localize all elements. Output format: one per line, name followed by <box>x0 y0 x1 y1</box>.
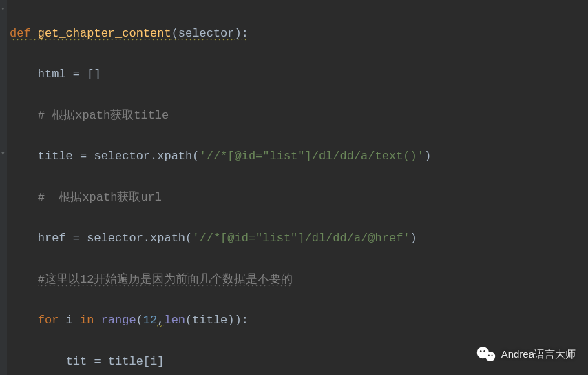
identifier: title <box>192 314 227 327</box>
watermark: Andrea语言大师 <box>476 345 576 364</box>
builtin-range: range <box>101 314 136 327</box>
identifier: i <box>150 355 157 368</box>
string: '//*[@id="list"]/dl/dd/a/@href' <box>192 232 410 245</box>
code-line: def get_chapter_content(selector): <box>10 23 588 44</box>
bracket: [ <box>87 68 94 81</box>
svg-point-4 <box>488 355 490 356</box>
fold-marker-icon[interactable]: ▾ <box>1 150 6 158</box>
bracket: ] <box>94 68 101 81</box>
bracket: ] <box>157 355 164 368</box>
identifier: href <box>38 232 66 245</box>
paren: ( <box>185 232 192 245</box>
paren: ( <box>192 150 199 163</box>
assign: = <box>73 150 94 163</box>
number: 12 <box>143 314 157 327</box>
assign: = <box>87 355 108 368</box>
comment: # 根据xpath获取title <box>38 109 169 122</box>
method: xpath <box>157 150 192 163</box>
fold-marker-icon[interactable]: ▾ <box>1 6 6 13</box>
bracket: [ <box>143 355 150 368</box>
code-line: # 根据xpath获取url <box>10 188 588 208</box>
paren: ) <box>234 27 241 41</box>
code-line: # 根据xpath获取title <box>10 105 588 126</box>
code-line: #这里以12开始遍历是因为前面几个数据是不要的 <box>10 270 588 290</box>
paren: ( <box>136 314 143 327</box>
code-line: title = selector.xpath('//*[@id="list"]/… <box>10 146 588 167</box>
identifier: title <box>38 150 73 163</box>
code-editor[interactable]: def get_chapter_content(selector): html … <box>0 0 588 375</box>
paren: ) <box>410 232 417 245</box>
identifier: selector <box>94 150 150 163</box>
param: selector <box>178 27 235 41</box>
watermark-label: Andrea语言大师 <box>501 345 576 363</box>
code-line: href = selector.xpath('//*[@id="list"]/d… <box>10 228 588 249</box>
identifier: html <box>38 68 66 81</box>
paren: ( <box>171 27 178 41</box>
assign: = <box>66 232 87 245</box>
keyword-def: def <box>10 27 31 41</box>
code-line: html = [] <box>10 64 588 85</box>
assign: = <box>66 68 87 81</box>
dot: . <box>150 150 157 163</box>
comment: # 根据xpath获取url <box>38 191 162 204</box>
comma: , <box>157 314 164 327</box>
paren: ) <box>227 314 234 327</box>
svg-point-2 <box>480 350 481 352</box>
paren: ) <box>235 314 242 327</box>
identifier: title <box>108 355 143 368</box>
svg-point-5 <box>491 355 492 356</box>
keyword-for: for <box>38 314 59 327</box>
colon: : <box>242 27 249 41</box>
builtin-len: len <box>164 314 185 327</box>
paren: ) <box>424 150 431 163</box>
svg-point-3 <box>483 350 485 352</box>
method: xpath <box>150 232 185 245</box>
string: '//*[@id="list"]/dl/dd/a/text()' <box>199 150 423 163</box>
svg-point-1 <box>485 352 495 361</box>
func-name: get_chapter_content <box>38 27 171 41</box>
dot: . <box>143 232 150 245</box>
paren: ( <box>185 314 192 327</box>
wechat-icon <box>476 345 496 364</box>
colon: : <box>242 314 249 327</box>
code-line: for i in range(12,len(title)): <box>10 310 588 331</box>
gutter: ▾ ▾ <box>0 0 7 375</box>
comment: #这里以12开始遍历是因为前面几个数据是不要的 <box>38 273 293 287</box>
identifier: selector <box>87 232 143 245</box>
identifier: i <box>59 314 80 327</box>
keyword-in: in <box>80 314 94 327</box>
identifier: tit <box>66 355 87 368</box>
